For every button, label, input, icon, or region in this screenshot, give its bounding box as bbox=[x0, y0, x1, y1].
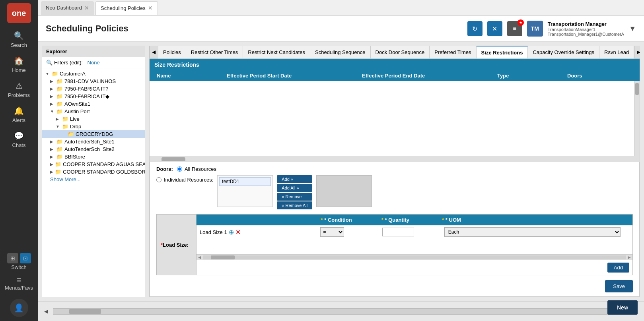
user-role: TransportationManager1 bbox=[548, 27, 624, 32]
folder-icon: 📁 bbox=[55, 169, 61, 175]
h-scroll-thumb bbox=[161, 157, 185, 161]
tree-item-live[interactable]: ▶ 📁 Live bbox=[42, 115, 145, 123]
new-button[interactable]: New bbox=[607, 300, 638, 315]
tree-label: Drop bbox=[70, 124, 81, 130]
tree-item-valinhos[interactable]: ▶ 📁 7881-CDV VALINHOS bbox=[42, 77, 145, 85]
tree-item-austin-port[interactable]: ▼ 📁 Austin Port bbox=[42, 108, 145, 115]
tree-item-customerA[interactable]: ▼ 📁 CustomerA bbox=[42, 70, 145, 77]
ls-h-scroll-thumb bbox=[211, 255, 235, 259]
folder-icon: 📁 bbox=[56, 146, 63, 152]
table-body bbox=[150, 81, 640, 156]
sidebar-item-search[interactable]: 🔍 Search bbox=[0, 27, 38, 52]
ls-h-scroll[interactable]: ◀ ▶ bbox=[197, 254, 632, 260]
folder-icon: 📁 bbox=[56, 78, 63, 84]
switch-box-right: ⊡ bbox=[20, 253, 31, 263]
selected-resources-box bbox=[316, 175, 372, 207]
lower-section: Doors: All Resources Individual Resource… bbox=[150, 162, 640, 297]
v-scrollbar[interactable] bbox=[634, 81, 640, 156]
tree-item-fabrica1[interactable]: ▶ 📁 7950-FABRICA IT? bbox=[42, 85, 145, 93]
tab-close-neo[interactable]: ✕ bbox=[84, 5, 89, 11]
col-name: Name bbox=[154, 73, 224, 79]
load-size-header: * Load Size: * * Condition bbox=[157, 215, 632, 275]
explorer-filter: 🔍 Filters (edit): None bbox=[42, 57, 145, 68]
sidebar-item-home[interactable]: 🏠 Home bbox=[0, 52, 38, 77]
inner-tab-dock-door[interactable]: Dock Door Sequence bbox=[371, 46, 430, 58]
filter-value[interactable]: None bbox=[88, 60, 100, 66]
bottom-h-scrollbar[interactable] bbox=[53, 308, 629, 315]
inner-tab-restrict-other[interactable]: Restrict Other Times bbox=[186, 46, 243, 58]
tree-label: COOPER STANDARD GOLDSBORO bbox=[63, 169, 145, 175]
tab-scheduling-policies[interactable]: Scheduling Policies ✕ bbox=[95, 1, 158, 15]
tree-item-autotender2[interactable]: ▶ 📁 AutoTenderSch_Site2 bbox=[42, 145, 145, 153]
tree-item-show-more[interactable]: Show More... bbox=[42, 176, 145, 183]
user-avatar-bottom[interactable]: 👤 bbox=[10, 299, 28, 317]
user-dropdown-arrow[interactable]: ▼ bbox=[629, 25, 636, 33]
add-load-size-button[interactable]: Add bbox=[607, 263, 629, 273]
tab-scroll-right[interactable]: ▶ bbox=[634, 46, 640, 58]
tree-label: AOwnSite1 bbox=[64, 101, 90, 107]
tab-neo-dashboard[interactable]: Neo Dashboard ✕ bbox=[41, 1, 94, 15]
tree-item-aownsite1[interactable]: ▶ 📁 AOwnSite1 bbox=[42, 100, 145, 108]
add-row-icon[interactable]: ⊕ bbox=[229, 228, 234, 236]
scroll-left-btn[interactable]: ◀ bbox=[44, 308, 48, 314]
load-size-label: * Load Size: bbox=[157, 215, 197, 275]
user-name: Transportation Manager bbox=[548, 21, 624, 27]
uom-select[interactable]: Each Piece Case Pallet bbox=[444, 227, 621, 237]
sidebar-item-problems[interactable]: ⚠ Problems bbox=[0, 77, 38, 102]
doors-row: Doors: All Resources bbox=[156, 166, 633, 172]
delete-row-icon[interactable]: ✕ bbox=[235, 228, 241, 236]
inner-tab-policies[interactable]: Policies bbox=[158, 46, 186, 58]
chats-icon: 💬 bbox=[14, 131, 24, 141]
sidebar-item-chats[interactable]: 💬 Chats bbox=[0, 127, 38, 152]
col-type: Type bbox=[495, 73, 565, 79]
load-size-row-1: Load Size 1 ⊕ ✕ = < > bbox=[197, 225, 632, 238]
tree-item-bbistore[interactable]: ▶ 📁 BBIStore bbox=[42, 153, 145, 160]
col-start-date: Effective Period Start Date bbox=[224, 73, 360, 79]
show-more-label: Show More... bbox=[50, 176, 81, 182]
sidebar-item-menus[interactable]: ☰ Menus/Favs bbox=[0, 273, 38, 295]
sidebar-item-switch[interactable]: ⊞ ⊡ Switch bbox=[0, 250, 38, 273]
remove-all-resource-button[interactable]: « Remove All bbox=[277, 201, 312, 209]
remove-resource-button[interactable]: « Remove bbox=[277, 193, 312, 201]
save-button[interactable]: Save bbox=[605, 280, 633, 292]
inner-tab-restrict-next[interactable]: Restrict Next Candidates bbox=[243, 46, 310, 58]
inner-tab-sched-seq[interactable]: Scheduling Sequence bbox=[310, 46, 371, 58]
add-resource-button[interactable]: Add » bbox=[277, 175, 312, 183]
close-button[interactable]: ✕ bbox=[487, 21, 502, 36]
inner-tab-preferred[interactable]: Preferred Times bbox=[430, 46, 476, 58]
tab-close-scheduling[interactable]: ✕ bbox=[148, 5, 153, 11]
refresh-button[interactable]: ↻ bbox=[467, 21, 483, 36]
all-resources-radio[interactable] bbox=[177, 166, 182, 172]
alerts-icon: 🔔 bbox=[14, 106, 24, 116]
folder-icon: 📁 bbox=[56, 93, 63, 99]
sidebar-item-alerts[interactable]: 🔔 Alerts bbox=[0, 102, 38, 127]
tree-item-autotender1[interactable]: ▶ 📁 AutoTenderSch_Site1 bbox=[42, 138, 145, 145]
tree-item-cooper-goldsboro[interactable]: ▶ 📁 COOPER STANDARD GOLDSBORO bbox=[42, 168, 145, 176]
ls-table-header: * * Condition * * Quantity * bbox=[197, 215, 632, 225]
add-all-resource-button[interactable]: Add All » bbox=[277, 184, 312, 192]
switch-box-left: ⊞ bbox=[7, 253, 18, 263]
tree-item-cooper-aguas[interactable]: ▶ 📁 COOPER STANDARD AGUAS SEALING (:. bbox=[42, 160, 145, 168]
resource-buttons: Add » Add All » « Remove « Remove All bbox=[277, 175, 312, 209]
tree-item-groceryddg[interactable]: 📁 GROCERYDDG bbox=[42, 130, 145, 138]
quantity-input[interactable] bbox=[382, 228, 414, 236]
bottom-bar: ◀ ▶ bbox=[38, 301, 644, 321]
resource-item-testdd1[interactable]: testDD1 bbox=[219, 177, 271, 186]
all-resources-radio-label[interactable]: All Resources bbox=[177, 166, 216, 172]
inner-tab-size-restrictions[interactable]: Size Restrictions bbox=[477, 46, 528, 58]
inner-tab-capacity-override[interactable]: Capacity Override Settings bbox=[528, 46, 599, 58]
individual-resources-radio-label[interactable]: Individual Resources: bbox=[156, 175, 213, 183]
empty-rows-area bbox=[197, 238, 632, 254]
condition-select[interactable]: = < > <= >= bbox=[320, 227, 344, 237]
tab-scroll-left[interactable]: ◀ bbox=[149, 46, 158, 58]
individual-resources-radio[interactable] bbox=[156, 177, 161, 182]
inner-tab-rsvn-lead[interactable]: Rsvn Lead bbox=[599, 46, 634, 58]
folder-icon: 📁 bbox=[62, 124, 68, 130]
tree-item-drop[interactable]: ▼ 📁 Drop bbox=[42, 123, 145, 130]
tree-item-fabrica2[interactable]: ▶ 📁 7950-FABRICA IT◆ bbox=[42, 93, 145, 100]
app-logo: one bbox=[7, 3, 31, 23]
ls-col-uom: * * UOM bbox=[442, 217, 624, 223]
h-scroll[interactable] bbox=[150, 156, 640, 162]
individual-resources-label: Individual Resources: bbox=[164, 177, 213, 183]
page-header: Scheduling Policies ↻ ✕ ≡ ★ TM Transport… bbox=[38, 16, 644, 42]
